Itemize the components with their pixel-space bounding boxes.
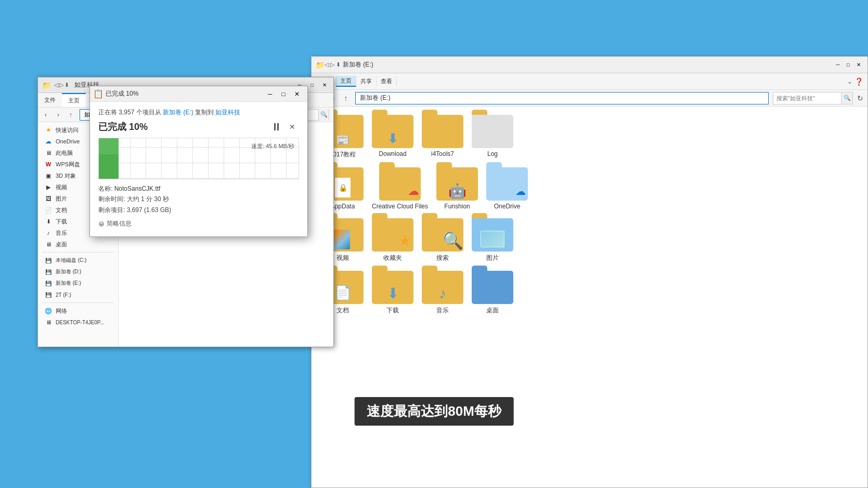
copy-middle-word: 复制到 [195,109,214,116]
main-close-btn[interactable]: ✕ [320,81,329,90]
main-nav-up[interactable]: ↑ [65,109,76,121]
folder-i4tools[interactable]: i4Tools7 [422,115,463,159]
copy-items-value: 3,697 (1.63 GB) [127,206,171,214]
sidebar-desktop-pc[interactable]: 🖥 DESKTOP-T4JE0P... [38,316,118,328]
sidebar-desktop[interactable]: 🖥 桌面 [38,239,118,250]
pause-bar-1 [274,123,276,130]
copy-dialog: 📋 已完成 10% ─ □ ✕ 正在将 3,957 个项目从 新加卷 (E:) … [89,86,308,237]
copy-progress-header: 已完成 10% ✕ [98,120,299,134]
folder-desk-label: 桌面 [486,306,499,315]
bg-search-btn[interactable]: 🔍 [841,93,852,104]
bg-file-row-3: 视频 ★ 收藏夹 🔍 搜索 [322,218,857,262]
folder-search-folder[interactable]: 🔍 搜索 [422,218,463,262]
bg-tab-home[interactable]: 主页 [336,76,356,87]
folder-desktop[interactable]: 桌面 [472,271,513,315]
main-tab-file[interactable]: 文件 [38,93,62,107]
pause-icon [274,123,279,130]
sidebar-drivee-label: 新加卷 (E:) [56,280,81,287]
bg-address-bar[interactable]: 新加卷 (E:) [355,92,769,104]
folder-funshion-label: Funshion [444,203,470,210]
main-maximize-btn[interactable]: □ [307,81,317,90]
copy-dest-link[interactable]: 如亚科技 [215,109,240,116]
main-nav-forward[interactable]: › [53,109,64,121]
sidebar-drive-d[interactable]: 💾 新加卷 (D:) [38,266,118,278]
folder-appdata-label: AppData [331,203,355,210]
main-search-btn[interactable]: 🔍 [318,109,329,121]
copy-stop-btn[interactable]: ✕ [286,120,299,134]
dialog-maximize-btn[interactable]: □ [277,88,290,100]
sidebar-deskpc-label: DESKTOP-T4JE0P... [56,320,105,325]
pc-icon: 🖥 [44,149,53,157]
star-icon: ★ [44,126,53,134]
bg-file-area: 📰 2017教程 ⬇ Download i4 [312,107,867,487]
drive-c-icon: 💾 [44,256,53,265]
bg-titlebar-path: 新加卷 (E:) [343,60,373,69]
detail-btn-label: 简略信息 [107,219,132,228]
sidebar-drive-f[interactable]: 💾 2T (F:) [38,289,118,300]
folder-docs-label: 文档 [336,306,349,315]
copy-source-link[interactable]: 新加卷 (E:) [163,109,193,116]
copy-name-label: 名称: [98,185,112,192]
detail-btn[interactable]: 简略信息 [98,217,299,230]
bg-close-btn[interactable]: ✕ [854,60,863,70]
folder-photos-label: 图片 [486,254,499,262]
bg-tab-share[interactable]: 共享 [356,76,377,86]
bg-maximize-btn[interactable]: □ [844,60,853,70]
bg-help-icon[interactable]: ❓ [854,77,863,86]
pause-btn[interactable] [270,120,283,134]
bg-search-box[interactable]: 🔍 [773,92,853,104]
sidebar-network[interactable]: 🌐 网络 [38,305,118,316]
folder-photos[interactable]: 图片 [472,218,513,262]
sidebar-dl-label: 下载 [56,218,67,226]
dl-user-overlay: ⬇ [387,285,399,302]
folder-cc-label: Creative Cloud Files [372,203,428,210]
copy-dialog-icon: 📋 [94,90,102,98]
bg-refresh-btn[interactable]: ↻ [857,94,863,102]
bg-ribbon-expand[interactable]: ⌄ [847,78,852,85]
copy-dialog-controls: ─ □ ✕ [264,88,303,100]
copy-items-label: 剩余项目: [98,206,125,214]
folder-download-user[interactable]: ⬇ 下载 [372,271,413,315]
folder-2017-overlay: 📰 [336,134,349,146]
bg-search-input[interactable] [773,95,841,101]
copy-time-label: 剩余时间: [98,195,125,203]
dl-sidebar-icon: ⬇ [44,217,53,226]
copy-dialog-title: 已完成 10% [106,89,138,98]
bg-toolbar: 文件 主页 共享 查看 ⌄ ❓ [312,73,867,90]
folder-funshion[interactable]: 🤖 Funshion [436,167,478,210]
image-sidebar-icon: 🖼 [44,194,53,203]
bg-tab-view[interactable]: 查看 [377,76,397,86]
main-nav-back[interactable]: ‹ [40,109,51,121]
folder-cc[interactable]: ☁ Creative Cloud Files [372,167,428,210]
net-icon: 🌐 [44,307,53,315]
sidebar-drive-c[interactable]: 💾 本地磁盘 (C:) [38,255,118,266]
main-tab-home[interactable]: 主页 [62,93,86,107]
sidebar-quick-label: 快速访问 [56,126,79,134]
detail-chevron-icon [98,221,105,227]
threed-icon: ▣ [44,172,53,180]
drive-f-icon: 💾 [44,291,53,299]
folder-music[interactable]: ♪ 音乐 [422,271,463,315]
dialog-close-btn[interactable]: ✕ [291,88,303,100]
cloud-icon: ☁ [44,137,53,146]
folder-fav-label: 收藏夹 [383,254,402,262]
folder-favorites[interactable]: ★ 收藏夹 [372,218,413,262]
bg-file-row-4: 📄 文档 ⬇ 下载 ♪ [322,271,857,315]
copy-status-line: 正在将 3,957 个项目从 新加卷 (E:) 复制到 如亚科技 [98,108,299,117]
sidebar-sep-2 [42,302,114,303]
bg-nav-up[interactable]: ↑ [341,93,351,103]
folder-onedrive[interactable]: ☁ OneDrive [486,167,528,210]
docs-overlay: 📄 [334,285,351,301]
main-titlebar-icon: 📁 [42,81,51,89]
dialog-minimize-btn[interactable]: ─ [264,88,276,100]
folder-dl-user-label: 下载 [386,306,399,315]
main-titlebar-nav: ◁▷⬇ [54,82,69,88]
copy-progress-title: 已完成 10% [98,121,148,133]
sidebar-onedrive-label: OneDrive [56,138,80,144]
sidebar-drive-e[interactable]: 💾 新加卷 (E:) [38,278,118,289]
folder-search-label: 搜索 [436,254,449,262]
wps-icon: W [44,160,53,168]
folder-download[interactable]: ⬇ Download [372,115,413,159]
folder-log[interactable]: Log [472,115,513,159]
bg-minimize-btn[interactable]: ─ [833,60,843,70]
